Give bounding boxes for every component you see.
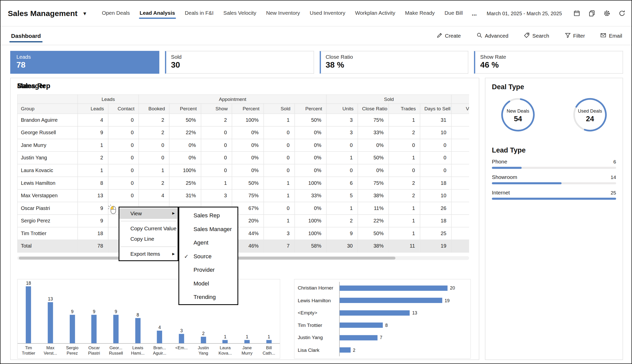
tab-dashboard[interactable]: Dashboard [8,27,44,44]
horizontal-scrollbar[interactable] [17,256,469,260]
table-row[interactable]: Laura Kovacic101100%00%00%00%00 [17,164,469,177]
table-row[interactable]: Oscar Piastri967%00%111%126 [17,202,469,215]
bar-em[interactable] [179,334,184,343]
cell-value: 0% [295,202,327,215]
table-row[interactable]: Justin Yang2000%00%00%150%10 [17,151,469,164]
kpi-card-sold[interactable]: Sold30 [165,51,314,74]
bar-lisa-clark[interactable] [340,347,350,353]
bar-tim-trottier[interactable] [340,323,383,328]
menu-item-export-items[interactable]: Export Items▶ [119,249,178,260]
cell-value: 33% [295,189,327,202]
cell-value: 11 [389,240,420,252]
more-tabs-button[interactable]: ... [468,10,481,17]
main-nav: Open DealsLead AnalysisDeals in F&ISales… [97,6,468,21]
submenu-item-sales-manager[interactable]: Sales Manager [179,222,237,236]
bar-oscar-piastri[interactable] [91,315,97,343]
refresh-icon[interactable] [618,10,625,17]
label-line: Russell [105,351,127,356]
kpi-card-leads[interactable]: Leads78 [10,51,159,74]
cell-value: 1 [389,215,420,227]
cell-value: 19 [420,240,451,252]
create-button[interactable]: Create [436,32,461,39]
manager-bar-value: 8 [385,323,388,328]
cell-value: 38% [358,240,389,252]
cell-value: 0 [326,164,358,177]
nav-tab-make-ready[interactable]: Make Ready [400,6,440,21]
settings-icon[interactable] [603,10,610,17]
chevron-down-icon[interactable]: ▼ [82,10,87,16]
cell-value: 0% [232,151,264,164]
nav-tab-lead-analysis[interactable]: Lead Analysis [135,6,180,21]
cell-value [452,139,469,152]
advanced-button[interactable]: Advanced [476,32,508,39]
date-range[interactable]: March 01, 2025 - March 25, 2025 [487,10,562,16]
bar-column: 2 [192,331,214,343]
bar-justin-yang[interactable] [201,337,206,343]
bar-christian-horner[interactable] [340,285,447,291]
nav-tab-workplan-activity[interactable]: Workplan Activity [350,6,400,21]
bar-sergio-perez[interactable] [69,315,75,343]
label-line: Piastri [83,351,105,356]
submenu-item-model[interactable]: Model [179,277,237,291]
submenu-item-provider[interactable]: Provider [179,263,237,277]
cell-value: 50% [358,151,389,164]
filter-button[interactable]: Filter [565,32,585,39]
bar-laura-kova[interactable] [222,340,228,343]
bar-bran-aguir[interactable] [157,331,162,343]
bar-category-label: <Em... [171,344,192,356]
cell-value: 0 [264,164,295,177]
table-row[interactable]: Jane Murry1000%00%00%00%00 [17,139,469,152]
bar-lewis-hami[interactable] [135,318,141,343]
table-row[interactable]: Lewis Hamilton80225%150%1100%675%218 [17,177,469,189]
bar-geor-russell[interactable] [113,315,119,343]
lead-type-bar-track [492,167,616,169]
table-row[interactable]: Max Verstappen130431%375%133%538%210 [17,189,469,202]
submenu-item-source[interactable]: Source✓ [179,250,237,263]
cell-value: 0 [420,139,451,152]
kpi-value: 38 % [326,60,463,70]
email-button[interactable]: Email [600,32,622,39]
bar-bill-cath[interactable] [266,340,272,343]
bar-lewis-hamilton[interactable] [340,298,442,303]
kpi-row: Leads78Sold30Close Ratio38 %Show Rate46 … [10,51,623,74]
cell-value: 22% [358,215,389,227]
nav-tab-used-inventory[interactable]: Used Inventory [305,6,350,21]
copy-icon[interactable] [588,10,595,17]
bar-justin-yang[interactable] [340,335,377,340]
bar-jane-murry[interactable] [244,340,250,343]
cell-value [452,189,469,202]
bar-column: 1 [258,335,280,343]
nav-tab-open-deals[interactable]: Open Deals [97,6,135,21]
nav-tab-deals-in-f-i[interactable]: Deals in F&I [180,6,219,21]
search-button[interactable]: Search [524,32,549,39]
table-row[interactable]: George Russell90222%00%00%333%210 [17,126,469,139]
submenu-item-agent[interactable]: Agent [179,236,237,250]
menu-item-view[interactable]: View▶ [119,208,178,219]
menu-item-copy-current-value[interactable]: Copy Current Value [119,223,178,234]
table-row[interactable]: Brandon Aguirre40250%2100%150%375%131 [17,114,469,126]
submenu-item-sales-rep[interactable]: Sales Rep [179,209,237,222]
lead-type-bar-fill [492,198,616,200]
kpi-card-show-rate[interactable]: Show Rate46 % [474,51,623,74]
table-row[interactable]: Tim Trottier1844%3100%950%125 [17,227,469,240]
menu-item-copy-line[interactable]: Copy Line [119,234,178,245]
calendar-icon[interactable] [573,10,580,17]
bar-tim-trottier[interactable] [26,286,31,343]
context-menu: View▶Copy Current ValueCopy LineExport I… [119,207,178,261]
cell-group: Lewis Hamilton [17,177,78,189]
submenu-item-trending[interactable]: Trending [179,290,237,304]
table-row[interactable]: Sergio Perez920%1100%222%118 [17,215,469,227]
filter-label: Filter [573,33,585,39]
nav-tab-due-bill[interactable]: Due Bill [440,6,468,21]
table-total-row[interactable]: Total7846%758%3038%1119 [17,240,469,252]
cell-value: 4 [78,114,108,126]
bar-empty[interactable] [340,310,410,315]
kpi-card-close-ratio[interactable]: Close Ratio38 % [319,51,468,74]
top-bar-right: March 01, 2025 - March 25, 2025 [487,10,625,17]
nav-tab-sales-velocity[interactable]: Sales Velocity [218,6,261,21]
lead-type-value: 6 [613,159,616,165]
nav-tab-new-inventory[interactable]: New Inventory [261,6,305,21]
sales-rep-chart-plot: 18139998432111 [18,279,280,344]
bar-category-label: OscarPiastri [83,344,105,356]
bar-max-verst[interactable] [48,302,53,343]
